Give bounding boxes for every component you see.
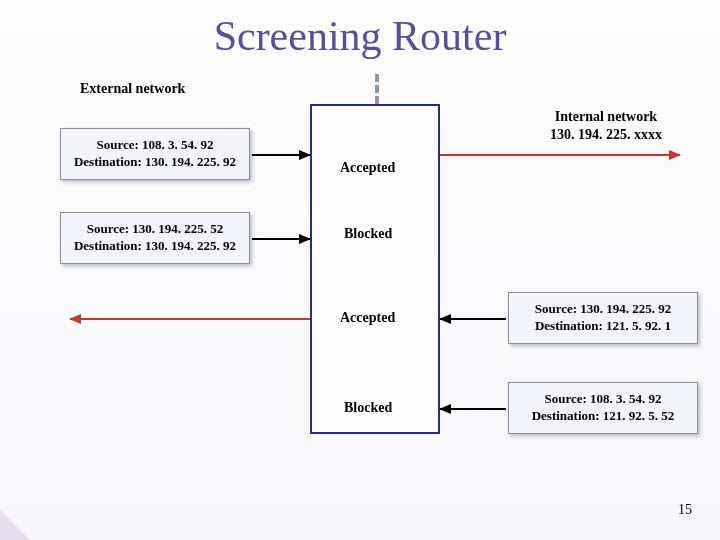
packet-ext1: Source: 108. 3. 54. 92 Destination: 130.… <box>60 128 250 180</box>
arrow-ext1-in <box>252 154 310 156</box>
router-dashed-connector <box>375 74 379 104</box>
slide-title: Screening Router <box>0 12 720 60</box>
packet-int1-source: Source: 130. 194. 225. 92 <box>535 301 672 318</box>
corner-decoration <box>0 510 30 540</box>
slide-number: 15 <box>678 502 692 518</box>
arrow-int2-in <box>440 408 506 410</box>
packet-int2-dest: Destination: 121. 92. 5. 52 <box>532 408 675 425</box>
internal-network-label: Internal network 130. 194. 225. xxxx <box>506 108 706 143</box>
internal-network-subnet: 130. 194. 225. xxxx <box>550 127 662 142</box>
arrow-int1-out <box>70 318 310 320</box>
arrow-int1-in <box>440 318 506 320</box>
status-row1: Accepted <box>340 160 395 176</box>
internal-network-line1: Internal network <box>555 109 657 124</box>
arrow-ext1-out <box>440 154 680 156</box>
packet-int2: Source: 108. 3. 54. 92 Destination: 121.… <box>508 382 698 434</box>
packet-ext2: Source: 130. 194. 225. 52 Destination: 1… <box>60 212 250 264</box>
packet-ext2-source: Source: 130. 194. 225. 52 <box>87 221 224 238</box>
packet-ext1-source: Source: 108. 3. 54. 92 <box>96 137 213 154</box>
packet-ext1-dest: Destination: 130. 194. 225. 92 <box>74 154 236 171</box>
status-row2: Blocked <box>344 226 392 242</box>
packet-ext2-dest: Destination: 130. 194. 225. 92 <box>74 238 236 255</box>
status-row4: Blocked <box>344 400 392 416</box>
packet-int1: Source: 130. 194. 225. 92 Destination: 1… <box>508 292 698 344</box>
arrow-ext2-in <box>252 238 310 240</box>
packet-int1-dest: Destination: 121. 5. 92. 1 <box>535 318 671 335</box>
router-block <box>310 104 440 434</box>
packet-int2-source: Source: 108. 3. 54. 92 <box>544 391 661 408</box>
external-network-label: External network <box>80 80 185 98</box>
status-row3: Accepted <box>340 310 395 326</box>
